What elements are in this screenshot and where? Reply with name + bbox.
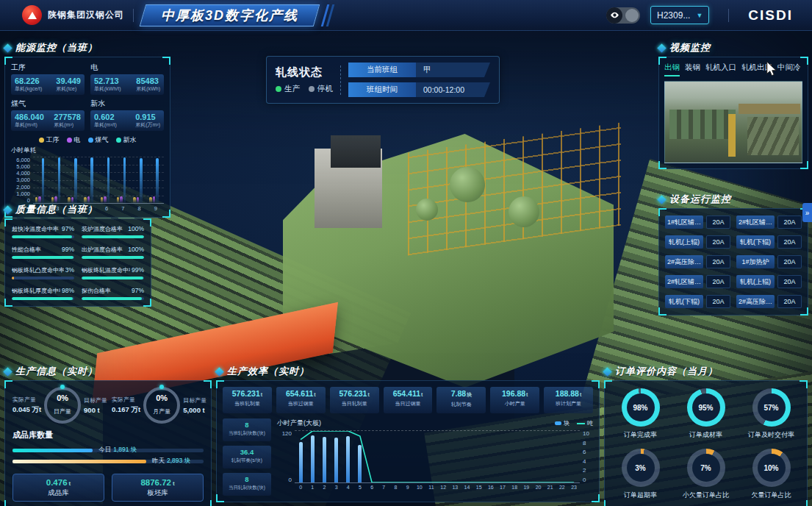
quality-item: 装炉温度合格率100% xyxy=(82,225,144,238)
bar xyxy=(153,196,156,203)
panel-title: 质量信息（当班） xyxy=(15,203,98,216)
bar xyxy=(104,196,107,203)
production-efficiency-panel: 生产效率（实时） 576.231t当班轧制量 654.611t当班过钢量 576… xyxy=(216,365,600,502)
device-item: 轧机(上辊)20A xyxy=(736,275,802,288)
efficiency-side-stats: 8当班轧制块数(块) 36.4轧制节奏(s/块) 8当日轧制块数(块) xyxy=(223,418,271,496)
tab-intercooling[interactable]: 中间冷 xyxy=(777,63,801,76)
panel-title: 能源监控（当班） xyxy=(15,41,98,54)
device-item: 2#高压除…20A xyxy=(736,295,802,308)
toggle-knob xyxy=(625,9,639,22)
donut-gauge: 98% 订单完成率 xyxy=(609,388,672,440)
quality-item: 出炉温度合格率100% xyxy=(82,246,144,259)
status-dot-stopped xyxy=(309,86,315,92)
diamond-icon xyxy=(657,195,667,204)
diamond-icon xyxy=(657,43,667,53)
right-y-axis: 1086420 xyxy=(580,430,593,483)
progress-bar xyxy=(12,297,73,300)
visibility-toggle[interactable] xyxy=(606,7,640,24)
bar xyxy=(156,158,159,203)
divider xyxy=(340,65,341,95)
quality-item: 钢板终轧厚度命中率98% xyxy=(12,287,74,300)
progress-bar xyxy=(12,256,73,259)
tab-mill-entry[interactable]: 轧机入口 xyxy=(705,63,736,76)
bar-cluster xyxy=(68,157,80,203)
chart-plot-area xyxy=(33,157,164,204)
stat-card: 654.611t当班过钢量 xyxy=(276,387,326,413)
progress-ring: 0%日产量 xyxy=(44,387,81,424)
device-item: 轧机(下辊)20A xyxy=(665,295,730,308)
divider xyxy=(133,9,134,22)
stock-bar-yesterday: 昨天2,893 块 xyxy=(12,456,204,467)
video-walkway xyxy=(739,104,800,114)
stat-card: 196.88t小时产量 xyxy=(490,387,539,413)
company-name: 陕钢集团汉钢公司 xyxy=(48,9,124,21)
quality-item: 性能合格率99% xyxy=(12,246,74,259)
hourly-output-chart: 小时产量(大板) 块 吨 1200 1086420 012345678910 xyxy=(277,418,593,496)
daily-output-gauge: 实际产量0.045 万t 0%日产量 目标产量900 t xyxy=(12,387,107,424)
diamond-icon xyxy=(603,367,612,377)
slab-stock-card: 8876.72t 板坯库 xyxy=(112,474,204,502)
bar xyxy=(101,197,104,203)
chart-legend: 块 吨 xyxy=(555,419,593,427)
panel-title: 轧线状态 xyxy=(276,65,333,79)
y-axis: 6,0005,0004,0003,0002,0001,0000 xyxy=(11,157,33,204)
divider xyxy=(728,9,729,22)
bar xyxy=(42,158,45,203)
donut-gauge: 3% 订单超期率 xyxy=(609,449,672,500)
progress-bar xyxy=(12,277,14,279)
energy-group: 工序 68.226单耗(kgce/t) 39.449累耗(tce) xyxy=(11,63,85,95)
bar xyxy=(51,197,54,203)
legend-dot xyxy=(116,138,121,143)
progress-ring: 0%月产量 xyxy=(143,387,180,424)
energy-group: 电 52.713单耗(kWh/t) 85483累耗(kWh) xyxy=(90,63,164,95)
bar-fill xyxy=(12,449,93,452)
bar xyxy=(68,197,71,203)
tab-tapping[interactable]: 出钢 xyxy=(664,63,680,76)
line-series xyxy=(295,431,580,482)
cctv-video-feed[interactable] xyxy=(664,81,802,163)
bar xyxy=(58,157,61,203)
bar xyxy=(137,197,140,204)
legend-dot xyxy=(39,138,44,143)
progress-bar xyxy=(82,235,144,238)
finished-stock-card: 0.476t 成品库 xyxy=(12,474,104,502)
tab-charging[interactable]: 装钢 xyxy=(685,63,700,76)
energy-chart-legend: 工序 电 煤气 新水 xyxy=(11,135,164,145)
energy-chart-ylabel: 小时单耗 xyxy=(11,146,164,155)
production-info-panel: 生产信息（实时） 实际产量0.045 万t 0%日产量 目标产量900 t 实际… xyxy=(4,365,212,506)
device-item: 轧机(下辊)20A xyxy=(736,235,802,249)
order-evaluation-panel: 订单评价内容（当月） 98% 订单完成率 95% 订单成材率 57% 订单及时交… xyxy=(604,365,808,506)
panel-title: 生产效率（实时） xyxy=(227,365,309,378)
page-title-plate: 中厚板3D数字化产线 xyxy=(140,4,320,26)
legend-dot xyxy=(67,138,72,143)
diamond-icon xyxy=(3,43,12,53)
device-item: 2#轧区辅…20A xyxy=(665,275,730,288)
tab-mill-exit[interactable]: 轧机出口 xyxy=(741,63,772,76)
production-line-dropdown[interactable]: H2309... ▼ xyxy=(650,6,709,24)
eye-icon xyxy=(606,7,622,24)
ring-marker xyxy=(159,385,164,389)
quality-item: 探伤合格率97% xyxy=(82,287,144,300)
stock-bar-today: 今日1,891 块 xyxy=(12,445,204,456)
bar xyxy=(149,197,152,203)
donut-gauge: 95% 订单成材率 xyxy=(675,388,737,440)
panel-title: 订单评价内容（当月） xyxy=(615,365,718,378)
chevron-down-icon: ▼ xyxy=(696,12,703,19)
video-monitor-panel: 视频监控 出钢 装钢 轧机入口 轧机出口 中间冷 电动斜 xyxy=(658,41,808,169)
panel-title: 生产信息（实时） xyxy=(15,365,98,378)
side-stat: 36.4轧制节奏(s/块) xyxy=(223,446,271,468)
shift-time-row: 班组时间 00:00-12:00 xyxy=(348,82,490,97)
device-item: 轧机(上辊)20A xyxy=(665,235,730,249)
legend-line-icon xyxy=(577,423,585,424)
panel-title: 视频监控 xyxy=(669,41,711,54)
bar xyxy=(87,196,90,203)
camera-tabs: 出钢 装钢 轧机入口 轧机出口 中间冷 电动斜 xyxy=(664,63,802,76)
stat-card: 654.411t当日过钢量 xyxy=(384,387,433,413)
company-logo xyxy=(22,5,42,25)
bar xyxy=(54,196,57,203)
donut-gauge: 7% 小欠量订单占比 xyxy=(675,449,737,500)
panel-collapse-handle[interactable]: » xyxy=(802,203,812,222)
stat-card: 7.88块轧制节奏 xyxy=(436,387,486,413)
logo-flame-icon xyxy=(28,12,37,19)
bar-cluster xyxy=(133,157,145,203)
